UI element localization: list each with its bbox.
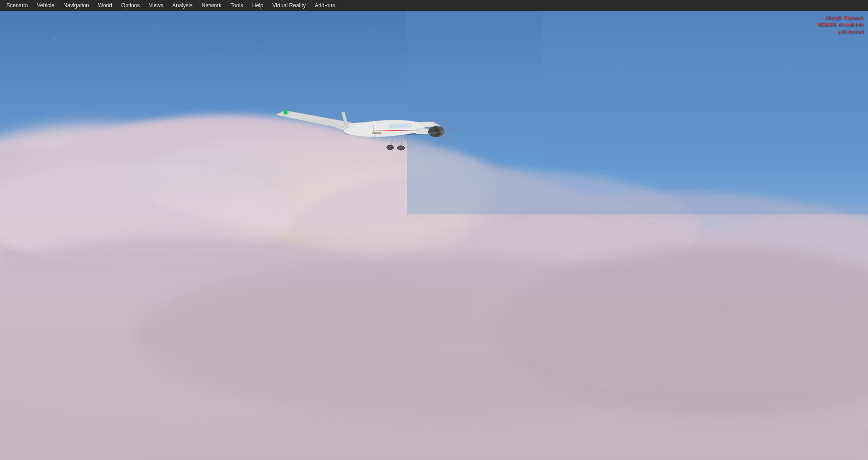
svg-point-3 [262, 47, 262, 47]
menubar: ScenarioVehicleNavigationWorldOptionsVie… [0, 0, 868, 11]
svg-point-57 [283, 109, 289, 115]
svg-point-36 [122, 149, 285, 199]
svg-point-1 [54, 38, 55, 38]
svg-point-10 [90, 65, 90, 65]
svg-point-12 [325, 69, 326, 70]
viewport: N5160M Aircraft: Skyhawk N5160M: Aircraf… [0, 11, 868, 460]
menu-item-vehicle[interactable]: Vehicle [32, 1, 59, 10]
svg-line-53 [401, 137, 402, 147]
svg-point-43 [343, 118, 425, 138]
svg-point-19 [140, 85, 140, 85]
menu-item-analysis[interactable]: Analysis [168, 1, 197, 10]
svg-text:N5160M: N5160M [372, 132, 381, 134]
menu-item-network[interactable]: Network [197, 1, 226, 10]
airplane: N5160M [262, 79, 457, 183]
menu-item-options[interactable]: Options [117, 1, 144, 10]
menu-item-navigation[interactable]: Navigation [59, 1, 94, 10]
svg-point-4 [370, 31, 371, 32]
svg-rect-49 [389, 123, 411, 128]
svg-point-2 [158, 24, 159, 25]
svg-line-52 [391, 137, 393, 146]
svg-point-55 [397, 146, 405, 150]
menu-item-world[interactable]: World [94, 1, 117, 10]
sky-scene [0, 11, 868, 460]
menu-item-scenario[interactable]: Scenario [2, 1, 32, 10]
svg-point-18 [40, 92, 41, 93]
svg-point-11 [217, 56, 217, 57]
menu-item-tools[interactable]: Tools [226, 1, 248, 10]
menu-item-help[interactable]: Help [248, 1, 268, 10]
hud-line2: N5160M: Aircraft info [817, 21, 863, 28]
svg-point-54 [387, 145, 394, 150]
menu-item-virtual-reality[interactable]: Virtual Reality [268, 1, 310, 10]
hud-line1: Aircraft: Skyhawk [817, 14, 863, 21]
hud-overlay: Aircraft: Skyhawk N5160M: Aircraft info … [817, 14, 863, 35]
menu-item-add-ons[interactable]: Add-ons [310, 1, 340, 10]
menu-item-views[interactable]: Views [144, 1, 168, 10]
hud-line3: v.40 Aircraft [817, 28, 863, 35]
